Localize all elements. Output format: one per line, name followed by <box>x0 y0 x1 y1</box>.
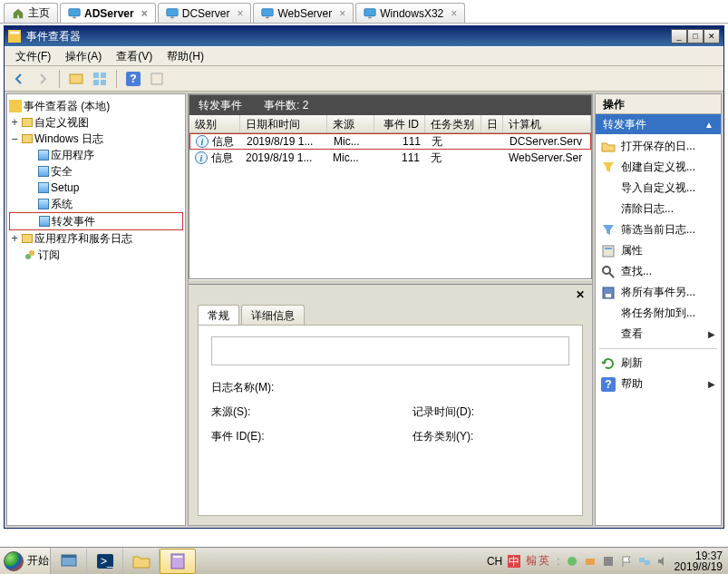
action-refresh[interactable]: 刷新 <box>596 353 721 374</box>
close-icon[interactable]: × <box>237 7 243 20</box>
close-icon[interactable]: × <box>339 7 345 20</box>
taskbar-servermanager[interactable] <box>51 549 87 574</box>
action-help[interactable]: ?帮助▶ <box>596 374 721 394</box>
col-date[interactable]: 日期和时间 <box>240 115 327 132</box>
tree-setup[interactable]: Setup <box>9 180 183 196</box>
label-recorded: 记录时间(D): <box>413 404 485 420</box>
list-header: 转发事件 事件数: 2 <box>189 95 591 115</box>
action-clear-log[interactable]: 清除日志... <box>596 199 721 219</box>
actions-section[interactable]: 转发事件▲ <box>596 114 721 134</box>
tab-general[interactable]: 常规 <box>198 305 239 325</box>
view-button[interactable] <box>89 69 111 89</box>
taskbar-eventviewer[interactable] <box>160 549 196 574</box>
tab-windowsx32[interactable]: WindowsX32 × <box>355 3 465 23</box>
action-attach-task[interactable]: 将任务附加到... <box>596 303 721 324</box>
minimize-button[interactable]: _ <box>671 29 687 44</box>
collapse-icon[interactable]: − <box>9 131 20 147</box>
action-create-view[interactable]: 创建自定义视... <box>596 157 721 178</box>
help-button[interactable]: ? <box>122 69 144 89</box>
tree-security[interactable]: 安全 <box>9 163 183 180</box>
cell-comp: WebServer.Ser <box>503 151 591 164</box>
show-hide-button[interactable] <box>65 69 87 89</box>
event-row[interactable]: i信息 2019/8/19 1... Mic... 111 无 DCServer… <box>189 133 591 150</box>
col-task[interactable]: 任务类别 <box>425 115 481 132</box>
tree-windows-logs[interactable]: −Windows 日志 <box>9 131 183 147</box>
detail-textbox[interactable] <box>211 336 569 365</box>
tree-system[interactable]: 系统 <box>9 196 183 212</box>
tree-root[interactable]: 事件查看器 (本地) <box>9 98 183 114</box>
action-open-saved[interactable]: 打开保存的日... <box>596 136 721 157</box>
svg-rect-14 <box>101 80 106 85</box>
tree-application[interactable]: 应用程序 <box>9 147 183 163</box>
tray-icon[interactable] <box>584 555 597 568</box>
tab-webserver[interactable]: WebServer × <box>253 3 354 23</box>
maximize-button[interactable]: □ <box>687 29 704 44</box>
chevron-right-icon: ▶ <box>708 329 715 339</box>
expand-icon[interactable]: + <box>9 230 20 247</box>
action-save-all[interactable]: 将所有事件另... <box>596 282 721 303</box>
menu-action[interactable]: 操作(A) <box>60 47 107 66</box>
volume-icon[interactable] <box>656 555 669 568</box>
tree-pane: 事件查看器 (本地) +自定义视图 −Windows 日志 应用程序 安全 Se… <box>6 93 186 526</box>
tree-subscriptions[interactable]: 订阅 <box>9 247 183 263</box>
col-level[interactable]: 级别 <box>189 115 240 132</box>
center-pane: 转发事件 事件数: 2 级别 日期和时间 来源 事件 ID 任务类别 日 计算机… <box>188 93 593 526</box>
info-icon: i <box>196 135 209 148</box>
menu-file[interactable]: 文件(F) <box>10 47 56 66</box>
folder-open-icon <box>601 140 616 154</box>
taskbar: 开始 >_ CH 中 㮼英 : 19:37 2019/8/19 <box>0 547 728 574</box>
start-label: 开始 <box>27 553 49 569</box>
col-computer[interactable]: 计算机 <box>503 115 591 132</box>
svg-rect-41 <box>645 560 650 565</box>
start-button[interactable]: 开始 <box>0 548 51 575</box>
close-icon[interactable]: × <box>141 7 148 20</box>
tree-custom-views[interactable]: +自定义视图 <box>9 114 183 131</box>
svg-rect-39 <box>604 557 613 566</box>
tab-label: DCServer <box>182 7 230 20</box>
tree-forwarded-events[interactable]: 转发事件 <box>9 212 183 230</box>
menu-view[interactable]: 查看(V) <box>111 47 158 66</box>
action-properties[interactable]: 属性 <box>596 240 721 261</box>
titlebar[interactable]: 事件查看器 _ □ ✕ <box>5 26 723 46</box>
tab-home[interactable]: 主页 <box>4 3 58 23</box>
tab-adserver[interactable]: ADServer × <box>60 3 156 23</box>
action-view[interactable]: 查看▶ <box>596 324 721 345</box>
action-find[interactable]: 查找... <box>596 261 721 282</box>
close-icon[interactable]: × <box>451 7 457 20</box>
ime-text[interactable]: 㮼英 <box>526 553 551 569</box>
action-import-view[interactable]: 导入自定义视... <box>596 178 721 199</box>
log-icon <box>39 216 50 227</box>
expand-icon[interactable]: + <box>9 114 20 131</box>
flag-icon[interactable] <box>620 555 633 568</box>
svg-point-37 <box>568 557 577 566</box>
tree-app-service-logs[interactable]: +应用程序和服务日志 <box>9 230 183 247</box>
menu-help[interactable]: 帮助(H) <box>161 47 209 66</box>
ime-icon[interactable]: 中 <box>508 555 520 568</box>
funnel-star-icon <box>601 161 616 175</box>
close-icon[interactable]: ✕ <box>576 288 585 301</box>
actions-list: 打开保存的日... 创建自定义视... 导入自定义视... 清除日志... 筛选… <box>596 134 721 396</box>
col-d[interactable]: 日 <box>481 115 503 132</box>
col-source[interactable]: 来源 <box>327 115 374 132</box>
svg-rect-10 <box>70 74 83 83</box>
tab-dcserver[interactable]: DCServer × <box>158 3 252 23</box>
event-row[interactable]: i信息 2019/8/19 1... Mic... 111 无 WebServe… <box>189 150 591 166</box>
back-button[interactable] <box>8 69 30 89</box>
taskbar-explorer[interactable] <box>123 549 160 574</box>
close-button[interactable]: ✕ <box>704 29 720 44</box>
tab-details[interactable]: 详细信息 <box>241 305 305 325</box>
clock[interactable]: 19:37 2019/8/19 <box>675 550 723 572</box>
content-area: 事件查看器 (本地) +自定义视图 −Windows 日志 应用程序 安全 Se… <box>5 92 723 528</box>
options-button[interactable] <box>146 69 168 89</box>
forward-button[interactable] <box>32 69 53 89</box>
action-filter[interactable]: 筛选当前日志... <box>596 219 721 240</box>
col-eid[interactable]: 事件 ID <box>374 115 425 132</box>
tray-icon[interactable] <box>602 555 615 568</box>
network-icon[interactable] <box>638 555 651 568</box>
svg-rect-5 <box>267 16 270 18</box>
svg-rect-6 <box>364 8 375 15</box>
taskbar-powershell[interactable]: >_ <box>87 549 123 574</box>
properties-icon <box>601 244 616 258</box>
tray-icon[interactable] <box>566 555 578 568</box>
lang-indicator[interactable]: CH <box>487 555 502 568</box>
